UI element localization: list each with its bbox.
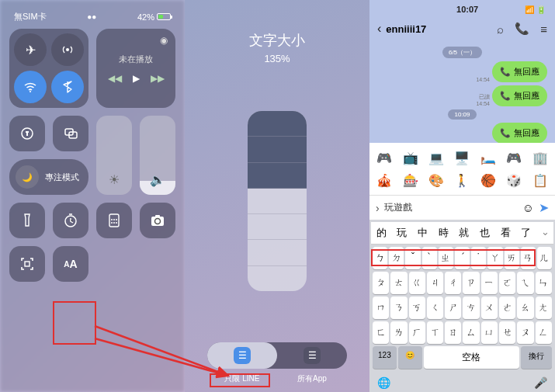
key[interactable]: ㄘ (463, 297, 479, 319)
code-scanner[interactable] (9, 246, 45, 282)
key[interactable]: ㄨ (481, 297, 498, 319)
numbers-key[interactable]: 123 (373, 346, 397, 369)
candidate[interactable]: 了 (515, 222, 536, 244)
sticker[interactable]: 🎮 (502, 147, 526, 168)
key[interactable]: ㄛ (499, 272, 515, 294)
back-icon[interactable]: ‹ (377, 22, 381, 36)
key[interactable]: ㄩ (481, 321, 498, 344)
mic-icon[interactable]: 🎤 (534, 376, 547, 389)
candidate[interactable]: 也 (474, 222, 495, 244)
candidate[interactable]: 的 (371, 222, 392, 244)
emoji-key[interactable]: 😊 (398, 346, 422, 369)
prev-icon[interactable]: ◀◀ (108, 73, 122, 84)
message-input[interactable]: 玩遊戲 (384, 201, 518, 214)
line-chat-panel: 10:07 📶 🔋 ‹ enniiii17 ⌕ 📞 ≡ 6/5（一） 14:54… (369, 0, 555, 392)
key[interactable]: ㄒ (427, 321, 443, 344)
sticker[interactable]: 📋 (529, 170, 552, 190)
key[interactable]: ㄊ (390, 272, 407, 294)
candidate[interactable]: 玩 (392, 222, 413, 244)
scope-all-apps[interactable]: ☰ (277, 347, 347, 364)
connectivity-tile[interactable]: ✈ (9, 29, 88, 108)
sticker[interactable]: 🏀 (477, 170, 500, 190)
key[interactable]: ㄔ (445, 272, 461, 294)
timer[interactable] (53, 203, 88, 238)
key[interactable]: ㄎ (409, 297, 425, 319)
key[interactable]: ㄖ (445, 321, 461, 344)
bluetooth-toggle[interactable] (51, 71, 84, 103)
sticker[interactable]: 🚶 (450, 170, 473, 190)
space-key[interactable]: 空格 (424, 346, 519, 369)
calculator[interactable] (96, 203, 132, 238)
sticker[interactable]: 🏢 (529, 147, 552, 168)
more-candidates[interactable]: ⌄ (536, 222, 553, 244)
key[interactable]: ㄠ (517, 297, 533, 319)
candidate[interactable]: 就 (454, 222, 475, 244)
send-icon[interactable]: ➤ (539, 200, 549, 215)
text-size-slider[interactable] (248, 111, 307, 291)
brightness-slider[interactable]: ☀ (96, 116, 132, 195)
status-bar: 10:07 📶 🔋 (369, 0, 555, 19)
key[interactable]: ㄕ (445, 297, 461, 319)
key[interactable]: ㄤ (536, 297, 552, 319)
next-icon[interactable]: ▶▶ (151, 73, 165, 84)
key[interactable]: ㄌ (390, 321, 407, 344)
key[interactable]: ㄧ (481, 272, 498, 294)
key[interactable]: ㄦ (537, 247, 552, 269)
play-icon[interactable]: ▶ (133, 73, 140, 84)
key[interactable]: ㄑ (427, 297, 443, 319)
key[interactable]: ㄡ (517, 321, 533, 344)
scope-toggle[interactable]: ☰ ☰ (207, 342, 347, 369)
text-size-tile[interactable]: AA (53, 246, 88, 282)
key[interactable]: ㄙ (463, 321, 479, 344)
key[interactable]: ㄆ (373, 272, 389, 294)
focus-mode[interactable]: 🌙 專注模式 (9, 159, 88, 195)
music-tile[interactable]: ◉ 未在播放 ◀◀ ▶ ▶▶ (96, 29, 175, 108)
orientation-lock[interactable] (9, 116, 45, 151)
candidate-bar: 的 玩 中 時 就 也 看 了 ⌄ (371, 222, 553, 245)
sticker[interactable]: 📺 (398, 147, 421, 168)
annotation-box (371, 249, 536, 266)
key[interactable]: ㄣ (536, 272, 552, 294)
call-bubble[interactable]: 📞 無回應 (492, 123, 547, 143)
sticker[interactable]: 💻 (425, 147, 448, 168)
key[interactable]: ㄝ (499, 321, 515, 344)
svg-point-10 (111, 222, 113, 224)
screen-mirroring[interactable] (53, 116, 88, 151)
sticker[interactable]: 🎰 (398, 170, 421, 190)
key[interactable]: ㄍ (409, 272, 425, 294)
emoji-icon[interactable]: ☺ (522, 201, 534, 214)
airplane-toggle[interactable]: ✈ (14, 33, 47, 66)
globe-icon[interactable]: 🌐 (377, 376, 390, 389)
enter-key[interactable]: 換行 (521, 346, 552, 369)
cellular-toggle[interactable] (51, 33, 84, 66)
sticker[interactable]: 🎮 (373, 147, 396, 168)
camera[interactable] (140, 203, 175, 238)
call-bubble[interactable]: 📞 無回應 (492, 61, 547, 82)
key[interactable]: ㄈ (373, 321, 389, 344)
search-icon[interactable]: ⌕ (497, 23, 504, 36)
sticker[interactable]: 🖥️ (450, 147, 473, 168)
key[interactable]: ㄥ (536, 321, 552, 344)
wifi-toggle[interactable] (14, 71, 47, 103)
key[interactable]: ㄐ (427, 272, 443, 294)
candidate[interactable]: 看 (495, 222, 516, 244)
sticker[interactable]: 🎪 (373, 170, 396, 190)
call-bubble[interactable]: 📞 無回應 (492, 85, 547, 106)
menu-icon[interactable]: ≡ (540, 23, 547, 36)
sticker[interactable]: 🛏️ (477, 147, 500, 168)
volume-slider[interactable]: 🔈 (140, 116, 175, 195)
sticker[interactable]: 🎨 (425, 170, 448, 190)
candidate[interactable]: 時 (433, 222, 454, 244)
key[interactable]: ㄜ (499, 297, 515, 319)
expand-icon[interactable]: › (376, 202, 380, 214)
key[interactable]: ㄏ (409, 321, 425, 344)
sticker[interactable]: 🎲 (502, 170, 526, 190)
candidate[interactable]: 中 (412, 222, 433, 244)
key[interactable]: ㄋ (390, 297, 407, 319)
call-icon[interactable]: 📞 (515, 22, 529, 36)
key[interactable]: ㄗ (463, 272, 479, 294)
scope-line-only[interactable]: ☰ (207, 342, 277, 369)
flashlight[interactable] (9, 203, 45, 238)
key[interactable]: ㄟ (517, 272, 533, 294)
key[interactable]: ㄇ (373, 297, 389, 319)
